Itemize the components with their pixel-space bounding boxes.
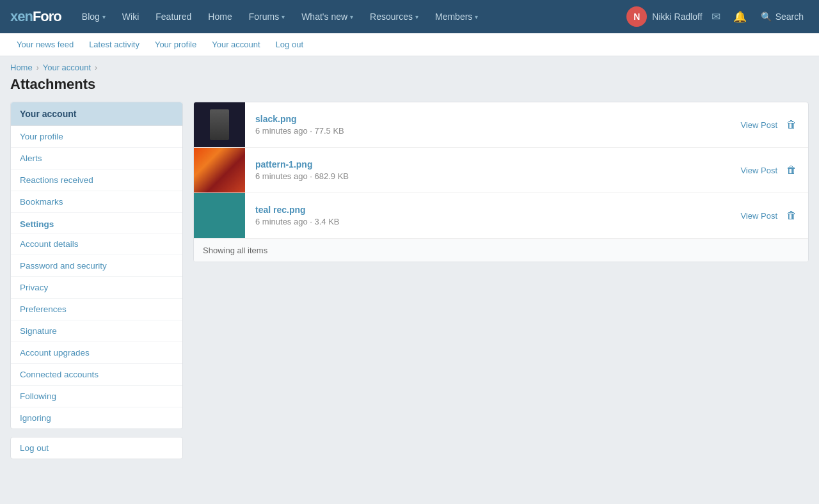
sidebar-logout-button[interactable]: Log out bbox=[11, 437, 182, 459]
search-button[interactable]: 🔍 Search bbox=[756, 9, 809, 24]
sidebar-item-preferences[interactable]: Preferences bbox=[11, 299, 182, 320]
attachment-name[interactable]: slack.png bbox=[255, 114, 297, 124]
mail-icon[interactable]: ✉ bbox=[708, 8, 724, 26]
subnav-your-profile[interactable]: Your profile bbox=[148, 33, 203, 56]
sidebar-item-alerts[interactable]: Alerts bbox=[11, 148, 182, 169]
attachment-actions: View Post 🗑 bbox=[740, 207, 808, 224]
attachment-thumb-pattern bbox=[194, 148, 245, 193]
view-post-button[interactable]: View Post bbox=[740, 166, 777, 175]
nav-home[interactable]: Home bbox=[200, 0, 239, 33]
logo-xen: xen bbox=[10, 8, 33, 24]
sidebar-item-password-security[interactable]: Password and security bbox=[11, 255, 182, 277]
showing-label: Showing all items bbox=[194, 239, 808, 262]
delete-button[interactable]: 🗑 bbox=[784, 207, 799, 224]
delete-button[interactable]: 🗑 bbox=[784, 162, 799, 178]
attachment-info: pattern-1.png 6 minutes ago · 682.9 KB bbox=[245, 159, 740, 181]
attachment-thumb-teal bbox=[194, 193, 245, 238]
attachment-meta: 6 minutes ago · 682.9 KB bbox=[255, 171, 730, 181]
attachment-thumb-slack bbox=[194, 102, 245, 147]
sidebar-item-signature[interactable]: Signature bbox=[11, 320, 182, 342]
nav-wiki[interactable]: Wiki bbox=[115, 0, 147, 33]
sidebar-item-account-upgrades[interactable]: Account upgrades bbox=[11, 342, 182, 364]
sidebar-item-connected-accounts[interactable]: Connected accounts bbox=[11, 364, 182, 386]
attachment-name[interactable]: teal rec.png bbox=[255, 205, 306, 215]
bell-icon[interactable]: 🔔 bbox=[729, 8, 751, 26]
chevron-down-icon: ▾ bbox=[475, 13, 478, 20]
sidebar-item-account-details[interactable]: Account details bbox=[11, 233, 182, 255]
breadcrumb-parent[interactable]: Your account bbox=[43, 63, 91, 72]
delete-button[interactable]: 🗑 bbox=[784, 116, 799, 133]
table-row: slack.png 6 minutes ago · 77.5 KB View P… bbox=[194, 102, 808, 148]
sidebar-logout-section: Log out bbox=[10, 437, 183, 459]
nav-resources[interactable]: Resources ▾ bbox=[362, 0, 426, 33]
nav-whats-new[interactable]: What's new ▾ bbox=[294, 0, 361, 33]
page-title: Attachments bbox=[0, 76, 819, 102]
logo-foro: Foro bbox=[33, 8, 61, 24]
nav-members[interactable]: Members ▾ bbox=[427, 0, 486, 33]
sidebar-account-section: Your account Your profile Alerts Reactio… bbox=[10, 102, 183, 429]
table-row: pattern-1.png 6 minutes ago · 682.9 KB V… bbox=[194, 148, 808, 193]
attachment-info: teal rec.png 6 minutes ago · 3.4 KB bbox=[245, 205, 740, 226]
view-post-button[interactable]: View Post bbox=[740, 211, 777, 221]
content-area: slack.png 6 minutes ago · 77.5 KB View P… bbox=[193, 102, 809, 262]
main-layout: Your account Your profile Alerts Reactio… bbox=[0, 102, 819, 472]
sidebar-item-reactions-received[interactable]: Reactions received bbox=[11, 169, 182, 191]
sidebar-item-your-profile[interactable]: Your profile bbox=[11, 126, 182, 148]
sidebar-item-following[interactable]: Following bbox=[11, 386, 182, 407]
sidebar-item-ignoring[interactable]: Ignoring bbox=[11, 407, 182, 429]
attachment-actions: View Post 🗑 bbox=[740, 116, 808, 133]
chevron-down-icon: ▾ bbox=[350, 13, 353, 20]
attachment-meta: 6 minutes ago · 77.5 KB bbox=[255, 126, 730, 136]
avatar[interactable]: N bbox=[626, 6, 647, 27]
chevron-down-icon: ▾ bbox=[102, 13, 106, 20]
breadcrumb-home[interactable]: Home bbox=[10, 63, 33, 72]
attachment-meta: 6 minutes ago · 3.4 KB bbox=[255, 217, 730, 226]
table-row: teal rec.png 6 minutes ago · 3.4 KB View… bbox=[194, 193, 808, 239]
sub-nav: Your news feed Latest activity Your prof… bbox=[0, 33, 819, 56]
breadcrumb-separator: › bbox=[36, 63, 39, 72]
nav-blog[interactable]: Blog ▾ bbox=[74, 0, 113, 33]
search-icon: 🔍 bbox=[761, 12, 772, 22]
nav-featured[interactable]: Featured bbox=[148, 0, 199, 33]
slack-thumbnail bbox=[210, 109, 229, 140]
attachment-info: slack.png 6 minutes ago · 77.5 KB bbox=[245, 114, 740, 136]
subnav-log-out[interactable]: Log out bbox=[269, 33, 310, 56]
sidebar: Your account Your profile Alerts Reactio… bbox=[10, 102, 183, 459]
nav-right: N Nikki Radloff ✉ 🔔 🔍 Search bbox=[626, 6, 809, 27]
pattern-thumbnail bbox=[194, 148, 245, 193]
teal-thumbnail bbox=[194, 193, 245, 238]
sidebar-account-header: Your account bbox=[11, 102, 182, 126]
attachment-name[interactable]: pattern-1.png bbox=[255, 159, 312, 169]
view-post-button[interactable]: View Post bbox=[740, 120, 777, 130]
breadcrumb-separator2: › bbox=[95, 63, 97, 72]
top-nav: xenForo Blog ▾ Wiki Featured Home Forums… bbox=[0, 0, 819, 33]
attachments-list: slack.png 6 minutes ago · 77.5 KB View P… bbox=[193, 102, 809, 262]
logo[interactable]: xenForo bbox=[10, 8, 61, 25]
nav-items: Blog ▾ Wiki Featured Home Forums ▾ What'… bbox=[74, 0, 627, 33]
nav-forums[interactable]: Forums ▾ bbox=[241, 0, 292, 33]
chevron-down-icon: ▾ bbox=[415, 13, 418, 20]
sidebar-settings-label: Settings bbox=[11, 213, 182, 233]
subnav-news-feed[interactable]: Your news feed bbox=[10, 33, 80, 56]
subnav-your-account[interactable]: Your account bbox=[205, 33, 266, 56]
breadcrumb: Home › Your account › bbox=[0, 56, 819, 76]
sidebar-item-bookmarks[interactable]: Bookmarks bbox=[11, 191, 182, 213]
chevron-down-icon: ▾ bbox=[282, 13, 285, 20]
username[interactable]: Nikki Radloff bbox=[652, 12, 702, 22]
subnav-latest-activity[interactable]: Latest activity bbox=[83, 33, 146, 56]
attachment-actions: View Post 🗑 bbox=[740, 162, 808, 178]
sidebar-item-privacy[interactable]: Privacy bbox=[11, 277, 182, 299]
